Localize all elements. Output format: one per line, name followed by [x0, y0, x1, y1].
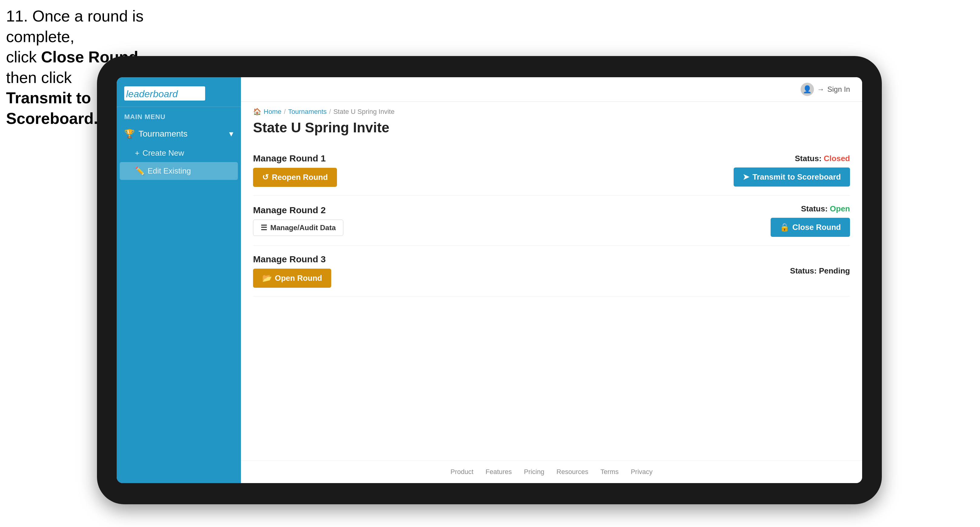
- breadcrumb: 🏠 Home / Tournaments / State U Spring In…: [241, 102, 862, 116]
- top-nav: 👤 → Sign In: [241, 77, 862, 102]
- open-round-icon: 📂: [262, 273, 272, 283]
- manage-audit-label: Manage/Audit Data: [270, 224, 336, 232]
- transmit-label: Transmit to Scoreboard: [752, 172, 841, 182]
- avatar: 👤: [800, 83, 814, 96]
- footer-terms[interactable]: Terms: [601, 468, 619, 476]
- footer-privacy[interactable]: Privacy: [631, 468, 652, 476]
- home-icon: 🏠: [253, 108, 261, 116]
- footer-pricing[interactable]: Pricing: [524, 468, 544, 476]
- sidebar-item-tournaments[interactable]: 🏆 Tournaments ▾: [117, 123, 241, 144]
- instruction-bold2: Transmit to Scoreboard.: [6, 89, 98, 127]
- sign-in-area[interactable]: 👤 → Sign In: [800, 83, 850, 96]
- round-1-status: Status: Closed: [795, 154, 850, 163]
- transmit-icon: ➤: [743, 172, 749, 182]
- tournaments-icon: 🏆: [124, 129, 135, 139]
- sidebar-logo: leaderboardKing: [117, 77, 241, 107]
- logo-leaderboard-text: leaderboard: [126, 89, 178, 99]
- round-3-section: Manage Round 3 📂 Open Round Status: Pend…: [253, 246, 850, 297]
- instruction-line1: 11. Once a round is complete,: [6, 7, 144, 45]
- manage-audit-data-button[interactable]: ☰ Manage/Audit Data: [253, 220, 343, 236]
- content-area: Manage Round 1 ↺ Reopen Round Status: Cl…: [241, 136, 862, 460]
- round-2-right: Status: Open 🔒 Close Round: [771, 204, 850, 237]
- round-3-left: Manage Round 3 📂 Open Round: [253, 254, 331, 288]
- page-title: State U Spring Invite: [241, 116, 862, 136]
- round-2-left: Manage Round 2 ☰ Manage/Audit Data: [253, 205, 343, 236]
- footer: Product Features Pricing Resources Terms…: [241, 460, 862, 483]
- reopen-icon: ↺: [262, 173, 269, 182]
- logo-king-text: King: [178, 87, 203, 100]
- round-1-status-value: Closed: [824, 154, 850, 163]
- main-content: 👤 → Sign In 🏠 Home / Tournaments / State…: [241, 77, 862, 483]
- create-new-label: Create New: [142, 148, 184, 158]
- breadcrumb-tournaments[interactable]: Tournaments: [288, 108, 327, 116]
- round-3-title: Manage Round 3: [253, 254, 331, 264]
- instruction-line2: click: [6, 48, 41, 66]
- round-3-right: Status: Pending: [790, 266, 850, 276]
- main-menu-label: MAIN MENU: [117, 107, 241, 123]
- round-1-title: Manage Round 1: [253, 153, 337, 163]
- footer-product[interactable]: Product: [450, 468, 473, 476]
- round-3-status: Status: Pending: [790, 266, 850, 276]
- round-3-status-value: Pending: [819, 266, 850, 275]
- edit-existing-label: Edit Existing: [148, 166, 191, 176]
- transmit-to-scoreboard-button[interactable]: ➤ Transmit to Scoreboard: [733, 167, 850, 187]
- round-2-section: Manage Round 2 ☰ Manage/Audit Data Statu…: [253, 196, 850, 246]
- breadcrumb-current: State U Spring Invite: [333, 108, 395, 116]
- round-1-right: Status: Closed ➤ Transmit to Scoreboard: [733, 154, 850, 187]
- close-icon: 🔒: [780, 222, 789, 232]
- open-round-label: Open Round: [275, 273, 322, 283]
- round-2-status: Status: Open: [801, 204, 850, 214]
- sidebar-edit-existing[interactable]: ✏️ Edit Existing: [120, 162, 238, 180]
- edit-icon: ✏️: [135, 166, 145, 176]
- sign-in-label: →: [817, 85, 824, 94]
- open-round-button[interactable]: 📂 Open Round: [253, 269, 331, 288]
- chevron-icon: ▾: [229, 129, 233, 139]
- breadcrumb-sep2: /: [329, 108, 331, 116]
- create-new-icon: +: [135, 148, 139, 158]
- tablet-shell: leaderboardKing MAIN MENU 🏆 Tournaments …: [97, 56, 882, 504]
- round-2-status-value: Open: [830, 204, 850, 213]
- instruction-line3: then click: [6, 69, 72, 86]
- breadcrumb-sep1: /: [284, 108, 286, 116]
- round-1-status-label: Status:: [795, 154, 821, 163]
- round-3-status-label: Status:: [790, 266, 817, 275]
- tablet-screen: leaderboardKing MAIN MENU 🏆 Tournaments …: [117, 77, 862, 483]
- breadcrumb-home[interactable]: Home: [264, 108, 282, 116]
- round-1-left: Manage Round 1 ↺ Reopen Round: [253, 153, 337, 187]
- round-2-title: Manage Round 2: [253, 205, 343, 215]
- reopen-round-button[interactable]: ↺ Reopen Round: [253, 168, 337, 187]
- round-1-section: Manage Round 1 ↺ Reopen Round Status: Cl…: [253, 145, 850, 196]
- round-2-status-label: Status:: [801, 204, 827, 213]
- footer-features[interactable]: Features: [485, 468, 512, 476]
- close-round-label: Close Round: [792, 222, 841, 232]
- close-round-button[interactable]: 🔒 Close Round: [771, 218, 850, 237]
- app-layout: leaderboardKing MAIN MENU 🏆 Tournaments …: [117, 77, 862, 483]
- sign-in-text: Sign In: [827, 85, 850, 94]
- sidebar-create-new[interactable]: + Create New: [117, 144, 241, 162]
- sidebar: leaderboardKing MAIN MENU 🏆 Tournaments …: [117, 77, 241, 483]
- manage-icon: ☰: [261, 224, 267, 232]
- sidebar-tournaments-label: Tournaments: [138, 129, 188, 139]
- footer-resources[interactable]: Resources: [556, 468, 588, 476]
- reopen-round-label: Reopen Round: [272, 173, 328, 182]
